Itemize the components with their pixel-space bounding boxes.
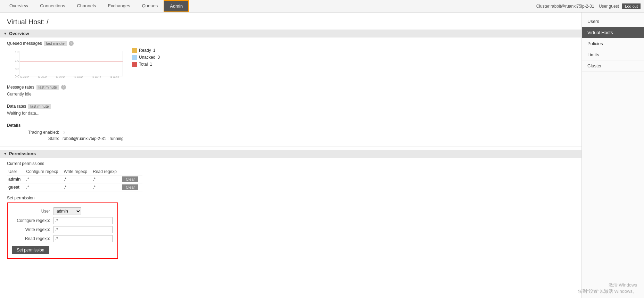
write-form-row: Write regexp:: [12, 226, 113, 233]
data-rates-label: Data rates: [7, 104, 26, 109]
user-form-label: User: [12, 209, 53, 214]
ready-value: 1: [153, 48, 156, 53]
read-form-row: Read regexp:: [12, 235, 113, 242]
message-rates-help-icon[interactable]: ?: [61, 85, 66, 90]
permissions-section-header[interactable]: ▼ Permissions: [0, 150, 581, 158]
guest-configure-cell: .*: [25, 183, 62, 191]
permissions-table-header-row: User Configure regexp Write regexp Read …: [7, 168, 142, 175]
table-row: guest .* .* .* Clear: [7, 183, 142, 191]
sidebar: Users Virtual Hosts Policies Limits Clus…: [581, 13, 644, 298]
cluster-info: Cluster rabbit@ruanxi75ip-2-31 User gues…: [536, 3, 641, 9]
guest-clear-button[interactable]: Clear: [122, 184, 138, 190]
sidebar-item-users[interactable]: Users: [582, 16, 644, 27]
data-rates-badge[interactable]: last minute: [28, 104, 51, 109]
state-value: rabbit@ruanxi75ip-2-31 : running: [63, 136, 124, 141]
svg-text:14:45:40: 14:45:40: [38, 76, 47, 78]
nav-tabs: Overview Connections Channels Exchanges …: [3, 0, 189, 12]
divider-1: [0, 101, 581, 101]
message-rates-section: Message rates last minute ? Currently id…: [7, 85, 575, 97]
set-permission-title: Set permission: [7, 196, 575, 200]
details-header: Details: [7, 123, 575, 128]
admin-configure-cell: .*: [25, 175, 62, 183]
details-section: Details Tracing enabled: ○ State: rabbit…: [7, 123, 575, 141]
legend-ready: Ready 1: [132, 48, 160, 53]
ready-color-swatch: [132, 48, 137, 53]
divider-2: [0, 120, 581, 120]
queued-messages-badge[interactable]: last minute: [44, 41, 67, 46]
col-write: Write regexp: [62, 168, 91, 175]
table-row: admin .* .* .* Clear: [7, 175, 142, 183]
queued-messages-label-row: Queued messages last minute ?: [7, 41, 575, 46]
overview-section-label: Overview: [9, 31, 29, 36]
legend-unacked: Unacked 0: [132, 55, 160, 60]
cluster-label: Cluster: [536, 4, 551, 9]
permissions-section-label: Permissions: [9, 151, 36, 156]
content-area: Virtual Host: / ▼ Overview Queued messag…: [0, 13, 581, 298]
sidebar-item-virtual-hosts[interactable]: Virtual Hosts: [582, 27, 644, 38]
current-permissions-title: Current permissions: [7, 161, 575, 166]
read-form-label: Read regexp:: [12, 236, 53, 241]
overview-arrow-icon: ▼: [3, 32, 7, 35]
configure-regexp-input[interactable]: [53, 217, 113, 224]
svg-text:1.0: 1.0: [15, 59, 19, 63]
svg-text:14:46:20: 14:46:20: [109, 76, 119, 78]
cluster-name: rabbit@ruanxi75ip-2-31: [551, 4, 594, 9]
tab-exchanges[interactable]: Exchanges: [102, 0, 136, 12]
total-color-swatch: [132, 62, 137, 67]
set-permission-form: User admin guest Configure regexp: Write…: [7, 202, 118, 259]
write-form-label: Write regexp:: [12, 227, 53, 232]
svg-text:0.5: 0.5: [15, 67, 19, 71]
unacked-value: 0: [157, 55, 160, 60]
tracing-label: Tracing enabled:: [14, 130, 63, 135]
svg-text:0.0: 0.0: [15, 75, 19, 78]
col-configure: Configure regexp: [25, 168, 62, 175]
tab-channels[interactable]: Channels: [71, 0, 102, 12]
sidebar-item-cluster[interactable]: Cluster: [582, 60, 644, 72]
currently-idle-text: Currently idle: [7, 92, 575, 97]
tab-overview[interactable]: Overview: [3, 0, 34, 12]
admin-write-cell: .*: [62, 175, 91, 183]
permissions-arrow-icon: ▼: [3, 152, 7, 156]
queued-messages-help-icon[interactable]: ?: [69, 41, 74, 46]
main-layout: Virtual Host: / ▼ Overview Queued messag…: [0, 13, 644, 298]
svg-text:14:46:10: 14:46:10: [92, 76, 101, 78]
message-rates-label: Message rates: [7, 85, 34, 90]
state-row: State: rabbit@ruanxi75ip-2-31 : running: [7, 136, 575, 141]
user-label: User: [599, 4, 609, 9]
admin-clear-button[interactable]: Clear: [122, 176, 138, 182]
guest-write-cell: .*: [62, 183, 91, 191]
overview-section-header[interactable]: ▼ Overview: [0, 30, 581, 38]
read-regexp-input[interactable]: [53, 235, 113, 242]
queued-messages-chart: 1.5 1.0 0.5 0.0 14:45:30 14:45:40 14:45:…: [7, 48, 125, 79]
message-rates-badge[interactable]: last minute: [36, 85, 59, 90]
permissions-section: Current permissions User Configure regex…: [7, 161, 575, 259]
svg-text:14:45:50: 14:45:50: [56, 76, 65, 78]
write-regexp-input[interactable]: [53, 226, 113, 233]
divider-3: [0, 147, 581, 147]
tab-admin[interactable]: Admin: [164, 0, 189, 12]
ready-label: Ready: [139, 48, 151, 53]
tab-connections[interactable]: Connections: [34, 0, 71, 12]
admin-read-cell: .*: [91, 175, 121, 183]
user-select[interactable]: admin guest: [53, 207, 81, 215]
tab-queues[interactable]: Queues: [136, 0, 164, 12]
tracing-value: ○: [63, 130, 65, 135]
sidebar-item-limits[interactable]: Limits: [582, 49, 644, 60]
message-rates-label-row: Message rates last minute ?: [7, 85, 575, 90]
queued-messages-label: Queued messages: [7, 41, 42, 46]
sidebar-item-policies[interactable]: Policies: [582, 38, 644, 49]
svg-text:14:46:00: 14:46:00: [74, 76, 83, 78]
legend-total: Total 1: [132, 62, 160, 67]
admin-clear-cell: Clear: [121, 175, 142, 183]
logout-button[interactable]: Log out: [622, 3, 641, 9]
tracing-row: Tracing enabled: ○: [7, 130, 575, 135]
permissions-table-body: admin .* .* .* Clear guest .* .* .*: [7, 175, 142, 191]
unacked-label: Unacked: [139, 55, 155, 60]
set-permission-button[interactable]: Set permission: [12, 246, 49, 254]
page-title: Virtual Host: /: [7, 18, 575, 26]
unacked-color-swatch: [132, 55, 137, 60]
total-label: Total: [139, 62, 148, 67]
svg-rect-4: [20, 51, 123, 76]
top-navigation: Overview Connections Channels Exchanges …: [0, 0, 644, 13]
data-rates-label-row: Data rates last minute: [7, 104, 575, 109]
